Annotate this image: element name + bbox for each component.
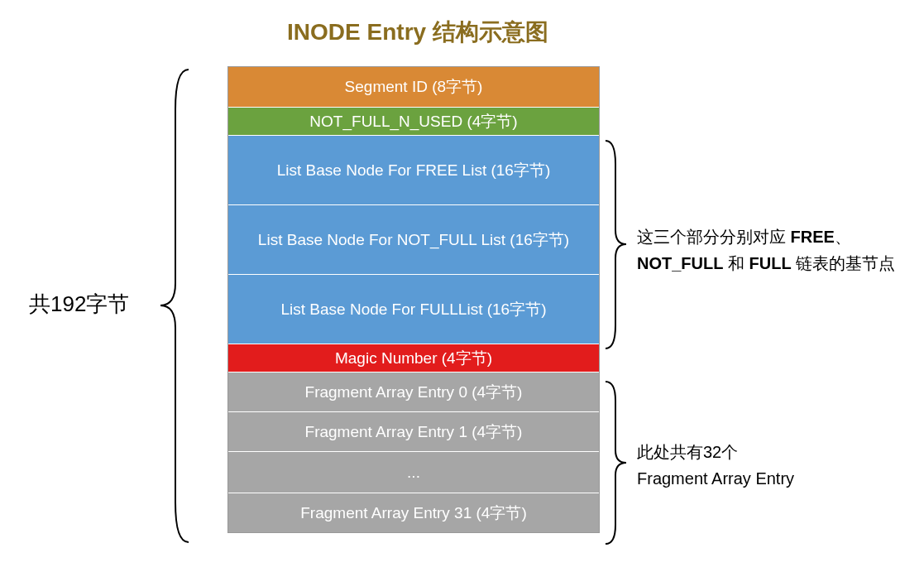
annotation-fragment-count: 此处共有32个 Fragment Array Entry xyxy=(637,439,902,492)
not-full-n-used-row: NOT_FULL_N_USED (4字节) xyxy=(228,107,599,135)
anno-top-free: FREE xyxy=(791,228,835,246)
anno-top-full: FULL xyxy=(749,254,792,272)
free-list-row: List Base Node For FREE List (16字节) xyxy=(228,135,599,204)
full-list-row: List Base Node For FULLList (16字节) xyxy=(228,274,599,344)
anno-bottom-line1: 此处共有32个 xyxy=(637,443,738,461)
total-size-label: 共192字节 xyxy=(29,290,129,319)
anno-top-prefix: 这三个部分分别对应 xyxy=(637,228,791,246)
not-full-list-row: List Base Node For NOT_FULL List (16字节) xyxy=(228,204,599,274)
fragment-entry-31-row: Fragment Array Entry 31 (4字节) xyxy=(228,493,599,532)
fragment-ellipsis-row: ... xyxy=(228,451,599,493)
fragment-entry-1-row: Fragment Array Entry 1 (4字节) xyxy=(228,411,599,451)
brace-right-bottom-icon xyxy=(604,380,629,546)
brace-left-icon xyxy=(157,68,190,544)
segment-id-row: Segment ID (8字节) xyxy=(228,67,599,107)
anno-top-sep2: 和 xyxy=(723,254,749,272)
annotation-three-lists: 这三个部分分别对应 FREE、NOT_FULL 和 FULL 链表的基节点 xyxy=(637,224,902,276)
anno-top-sep1: 、 xyxy=(835,228,851,246)
diagram-title: INODE Entry 结构示意图 xyxy=(232,17,604,48)
magic-number-row: Magic Number (4字节) xyxy=(228,344,599,372)
anno-top-notfull: NOT_FULL xyxy=(637,254,723,272)
inode-entry-stack: Segment ID (8字节) NOT_FULL_N_USED (4字节) L… xyxy=(227,66,600,533)
anno-bottom-line2: Fragment Array Entry xyxy=(637,469,794,488)
fragment-entry-0-row: Fragment Array Entry 0 (4字节) xyxy=(228,372,599,411)
anno-top-suffix: 链表的基节点 xyxy=(792,254,896,272)
brace-right-top-icon xyxy=(604,139,629,350)
